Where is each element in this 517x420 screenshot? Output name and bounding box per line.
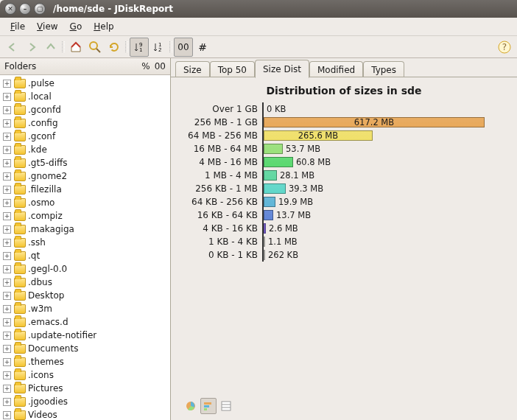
expand-icon[interactable]: + xyxy=(3,80,11,88)
chart-bucket-label: 256 MB - 1 GB xyxy=(181,117,262,127)
tree-item[interactable]: +Videos xyxy=(0,408,170,420)
folder-label: .jgoodies xyxy=(28,396,68,407)
tree-item[interactable]: +Documents xyxy=(0,342,170,355)
folder-tree[interactable]: +.pulse+.local+.gconfd+.config+.gconf+.k… xyxy=(0,75,170,420)
chart-bucket-label: 4 MB - 16 MB xyxy=(181,157,262,167)
expand-icon[interactable]: + xyxy=(3,119,11,127)
expand-icon[interactable]: + xyxy=(3,225,11,234)
chart-bar xyxy=(264,237,265,247)
sort-asc-size-button[interactable]: 91 xyxy=(130,38,149,57)
tree-item[interactable]: +.qt xyxy=(0,249,170,262)
expand-icon[interactable]: + xyxy=(3,411,11,419)
tree-item[interactable]: +.jgoodies xyxy=(0,395,170,408)
show-count-button[interactable]: # xyxy=(193,38,212,57)
expand-icon[interactable]: + xyxy=(3,318,11,326)
expand-icon[interactable]: + xyxy=(3,345,11,353)
tree-item[interactable]: +.emacs.d xyxy=(0,315,170,329)
tree-item[interactable]: +Pictures xyxy=(0,382,170,395)
chart-bar-track: 19.9 MB xyxy=(262,195,487,209)
expand-icon[interactable]: + xyxy=(3,332,11,340)
nav-back-button[interactable] xyxy=(3,38,22,57)
folders-header-raw[interactable]: 00 xyxy=(155,61,166,71)
help-button[interactable]: ? xyxy=(495,38,514,57)
folder-icon xyxy=(14,410,26,420)
folder-icon xyxy=(14,291,26,301)
expand-icon[interactable]: + xyxy=(3,292,11,300)
expand-icon[interactable]: + xyxy=(3,199,11,207)
menu-file[interactable]: File xyxy=(4,19,31,34)
close-window-button[interactable]: ✕ xyxy=(4,3,16,15)
tab-size[interactable]: Size xyxy=(175,61,210,77)
tree-item[interactable]: +.dbus xyxy=(0,276,170,289)
expand-icon[interactable]: + xyxy=(3,186,11,194)
expand-icon[interactable]: + xyxy=(3,252,11,260)
tree-item[interactable]: +Desktop xyxy=(0,289,170,302)
tree-item[interactable]: +.compiz xyxy=(0,209,170,223)
expand-icon[interactable]: + xyxy=(3,133,11,141)
chart-bar xyxy=(264,157,293,167)
folder-icon xyxy=(14,397,26,407)
tree-item[interactable]: +.gegl-0.0 xyxy=(0,262,170,276)
tree-item[interactable]: +.pulse xyxy=(0,77,170,90)
nav-forward-button[interactable] xyxy=(22,38,41,57)
folder-label: .emacs.d xyxy=(28,317,68,327)
chart-bar xyxy=(264,210,273,220)
bar-view-button[interactable] xyxy=(200,398,217,414)
tree-item[interactable]: +.gconf xyxy=(0,130,170,143)
tree-item[interactable]: +.gnome2 xyxy=(0,169,170,183)
home-button[interactable] xyxy=(66,38,85,57)
tree-item[interactable]: +.gconfd xyxy=(0,103,170,116)
tree-item[interactable]: +.config xyxy=(0,116,170,130)
tree-item[interactable]: +.makagiga xyxy=(0,223,170,236)
expand-icon[interactable]: + xyxy=(3,371,11,379)
tree-item[interactable]: +.gt5-diffs xyxy=(0,156,170,169)
expand-icon[interactable]: + xyxy=(3,172,11,181)
tree-item[interactable]: +.icons xyxy=(0,368,170,382)
tab-types[interactable]: Types xyxy=(363,61,404,77)
minimize-window-button[interactable]: – xyxy=(19,3,31,15)
table-view-button[interactable] xyxy=(218,398,234,414)
expand-icon[interactable]: + xyxy=(3,159,11,167)
chart-bucket-label: 16 MB - 64 MB xyxy=(181,144,262,154)
tree-item[interactable]: +.w3m xyxy=(0,302,170,315)
folder-label: .config xyxy=(28,118,58,128)
expand-icon[interactable]: + xyxy=(3,358,11,366)
menu-view[interactable]: View xyxy=(31,19,63,34)
pie-view-button[interactable] xyxy=(183,398,199,414)
tree-item[interactable]: +.kde xyxy=(0,143,170,156)
nav-up-button[interactable] xyxy=(41,38,60,57)
search-icon[interactable] xyxy=(85,38,105,57)
tree-item[interactable]: +.ssh xyxy=(0,236,170,249)
tree-item[interactable]: +.themes xyxy=(0,355,170,368)
expand-icon[interactable]: + xyxy=(3,239,11,247)
chart-row: 4 MB - 16 MB60.8 MB xyxy=(181,155,507,169)
expand-icon[interactable]: + xyxy=(3,93,11,101)
sort-desc-size-button[interactable]: 12 xyxy=(149,38,168,57)
chart-bar xyxy=(264,197,275,207)
tree-item[interactable]: +.update-notifier xyxy=(0,329,170,342)
tree-item[interactable]: +.osmo xyxy=(0,196,170,209)
folder-icon xyxy=(14,331,26,340)
maximize-window-button[interactable]: ▢ xyxy=(34,3,46,15)
folder-label: .pulse xyxy=(28,78,54,88)
tree-item[interactable]: +.filezilla xyxy=(0,183,170,196)
expand-icon[interactable]: + xyxy=(3,212,11,220)
expand-icon[interactable]: + xyxy=(3,146,11,154)
tab-modified[interactable]: Modified xyxy=(309,61,363,77)
expand-icon[interactable]: + xyxy=(3,398,11,406)
folder-label: Documents xyxy=(28,343,78,354)
expand-icon[interactable]: + xyxy=(3,106,11,114)
expand-icon[interactable]: + xyxy=(3,385,11,393)
expand-icon[interactable]: + xyxy=(3,279,11,287)
expand-icon[interactable]: + xyxy=(3,265,11,273)
expand-icon[interactable]: + xyxy=(3,305,11,313)
tab-size-dist[interactable]: Size Dist xyxy=(255,60,309,78)
menu-help[interactable]: Help xyxy=(88,19,119,34)
menu-go[interactable]: Go xyxy=(64,19,88,34)
tree-item[interactable]: +.local xyxy=(0,90,170,103)
refresh-icon[interactable] xyxy=(105,38,124,57)
folders-header-pct[interactable]: % xyxy=(137,61,154,71)
show-size-numbers-button[interactable]: 00 xyxy=(174,38,193,57)
tab-top50[interactable]: Top 50 xyxy=(210,61,255,77)
chart-bar xyxy=(264,170,277,181)
